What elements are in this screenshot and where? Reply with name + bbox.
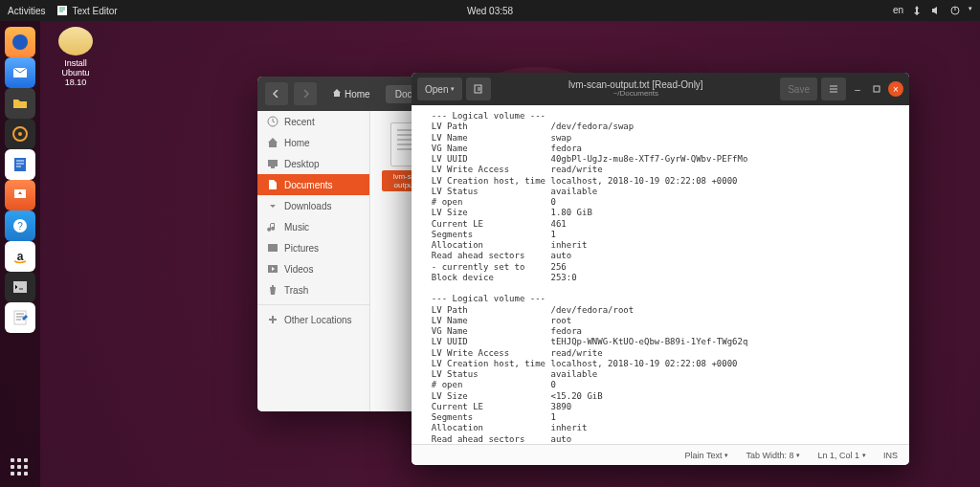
svg-rect-11 <box>268 160 278 166</box>
apps-icon <box>11 458 30 477</box>
dropdown-icon[interactable]: ▾ <box>969 5 972 16</box>
files-icon <box>11 94 30 113</box>
sidebar-item-videos[interactable]: Videos <box>257 258 369 279</box>
music-icon <box>11 124 30 144</box>
sidebar-item-label: Documents <box>284 180 333 190</box>
dock-software[interactable] <box>5 180 35 210</box>
topbar: Activities Text Editor Wed 03:58 en ▾ <box>0 0 980 21</box>
hamburger-button[interactable] <box>821 77 846 100</box>
dock-amazon[interactable]: a <box>5 241 35 272</box>
sidebar-item-desktop[interactable]: Desktop <box>257 153 369 174</box>
chevron-left-icon <box>273 90 280 98</box>
breadcrumb-label: Home <box>345 89 370 100</box>
sound-icon[interactable] <box>930 5 942 16</box>
help-icon: ? <box>11 216 30 235</box>
clock[interactable]: Wed 03:58 <box>467 6 513 16</box>
app-menu[interactable]: Text Editor <box>56 5 117 16</box>
sidebar-item-label: Home <box>284 138 310 148</box>
sidebar-item-music[interactable]: Music <box>257 216 369 237</box>
svg-text:?: ? <box>17 221 23 232</box>
terminal-icon <box>11 277 30 297</box>
app-label: Text Editor <box>72 6 117 16</box>
plus-icon <box>267 314 278 325</box>
sidebar-item-documents[interactable]: Documents <box>257 174 369 195</box>
app-grid-button[interactable] <box>0 458 40 477</box>
pictures-icon <box>267 242 278 254</box>
sidebar-item-label: Videos <box>284 264 313 275</box>
chevron-down-icon: ▾ <box>451 85 455 93</box>
files-sidebar: RecentHomeDesktopDocumentsDownloadsMusic… <box>257 111 370 411</box>
mail-icon <box>11 63 30 82</box>
desktop-install-icon[interactable]: Install Ubuntu 18.10 <box>50 27 101 88</box>
home-icon <box>267 137 278 148</box>
dock: ?a <box>0 21 40 487</box>
network-icon[interactable] <box>911 5 923 16</box>
svg-rect-15 <box>475 85 481 93</box>
recent-icon <box>267 116 278 127</box>
downloads-icon <box>267 200 278 211</box>
menu-icon <box>829 84 838 94</box>
activities-button[interactable]: Activities <box>8 6 45 16</box>
documents-icon <box>267 179 278 190</box>
dock-terminal[interactable] <box>5 272 35 302</box>
dock-music[interactable] <box>5 119 35 149</box>
sidebar-item-home[interactable]: Home <box>257 132 369 153</box>
subtitle-text: ~/Documents <box>495 90 776 99</box>
sidebar-item-trash[interactable]: Trash <box>257 279 369 300</box>
forward-button[interactable] <box>294 82 317 105</box>
sidebar-item-downloads[interactable]: Downloads <box>257 195 369 216</box>
dock-gedit[interactable] <box>5 302 35 333</box>
new-tab-button[interactable] <box>466 77 491 100</box>
back-button[interactable] <box>265 82 288 105</box>
svg-point-4 <box>18 132 22 136</box>
save-button[interactable]: Save <box>780 77 817 100</box>
svg-rect-16 <box>874 86 880 92</box>
dock-files[interactable] <box>5 88 35 119</box>
maximize-icon <box>873 85 880 93</box>
sidebar-item-pictures[interactable]: Pictures <box>257 237 369 258</box>
language-selector[interactable]: Plain Text <box>685 451 729 460</box>
music-icon <box>267 221 278 232</box>
sidebar-item-label: Downloads <box>284 201 331 211</box>
dock-help[interactable]: ? <box>5 210 35 241</box>
firefox-icon <box>11 33 30 52</box>
new-doc-icon <box>474 84 483 94</box>
minimize-button[interactable]: – <box>850 81 865 97</box>
lang-indicator[interactable]: en <box>893 5 903 16</box>
sidebar-item-label: Trash <box>284 285 308 296</box>
gedit-icon <box>11 308 30 327</box>
svg-text:a: a <box>17 250 24 263</box>
amazon-icon: a <box>11 247 30 266</box>
sidebar-item-label: Pictures <box>284 243 319 254</box>
open-label: Open <box>425 84 448 95</box>
install-disc-icon <box>58 27 93 55</box>
gedit-titlebar[interactable]: Open ▾ lvm-scan-output.txt [Read-Only] ~… <box>412 73 909 105</box>
svg-rect-5 <box>14 158 26 171</box>
sidebar-item-label: Recent <box>284 117 315 127</box>
chevron-right-icon <box>301 90 309 98</box>
open-button[interactable]: Open ▾ <box>417 77 462 100</box>
sidebar-item-recent[interactable]: Recent <box>257 111 369 132</box>
trash-icon <box>267 284 278 296</box>
dock-mail[interactable] <box>5 57 35 88</box>
window-title: lvm-scan-output.txt [Read-Only] ~/Docume… <box>495 79 776 99</box>
status-bar: Plain Text Tab Width: 8 Ln 1, Col 1 INS <box>412 444 909 465</box>
close-button[interactable]: × <box>888 81 903 97</box>
editor-area[interactable]: --- Logical volume --- LV Path /dev/fedo… <box>412 105 909 444</box>
power-icon[interactable] <box>949 5 961 16</box>
dock-writer[interactable] <box>5 149 35 180</box>
text-editor-window: Open ▾ lvm-scan-output.txt [Read-Only] ~… <box>412 73 909 465</box>
sidebar-item-label: Desktop <box>284 159 320 169</box>
sidebar-item-other-locations[interactable]: Other Locations <box>257 309 369 330</box>
cursor-position[interactable]: Ln 1, Col 1 <box>817 451 866 460</box>
writer-icon <box>11 155 30 174</box>
sidebar-item-label: Music <box>284 222 309 232</box>
text-editor-icon <box>56 5 68 16</box>
insert-mode[interactable]: INS <box>883 451 898 460</box>
videos-icon <box>267 263 278 275</box>
home-icon <box>332 88 342 98</box>
dock-firefox[interactable] <box>5 27 35 57</box>
tab-width-selector[interactable]: Tab Width: 8 <box>746 451 800 460</box>
breadcrumb-home[interactable]: Home <box>323 84 380 103</box>
maximize-button[interactable] <box>869 81 884 97</box>
